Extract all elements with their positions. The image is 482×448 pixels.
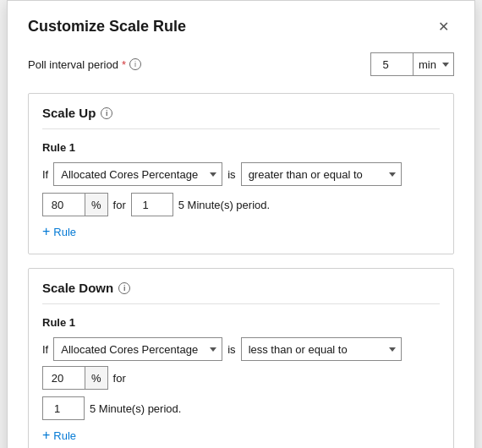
scale-up-title: Scale Up [42, 106, 96, 120]
scale-down-metric-select[interactable]: Allocated Cores Percentage CPU Percentag… [53, 337, 222, 361]
plus-icon: + [42, 225, 50, 238]
scale-down-rule-label: Rule 1 [42, 316, 440, 329]
scale-down-section: Scale Down i Rule 1 If Allocated Cores P… [28, 268, 454, 448]
scale-up-percent-symbol: % [85, 193, 108, 216]
scale-down-second-row: 5 Minute(s) period. [42, 396, 440, 420]
scale-down-percent-symbol: % [85, 366, 108, 390]
scale-down-period-text: 5 Minute(s) period. [90, 402, 181, 415]
scale-up-rule-label: Rule 1 [42, 141, 440, 154]
poll-interval-unit-select[interactable]: min sec hr [413, 52, 454, 76]
scale-down-is-label: is [227, 343, 235, 356]
scale-up-if-label: If [42, 168, 48, 181]
scale-down-percent-input[interactable] [42, 366, 85, 390]
required-indicator: * [122, 58, 126, 71]
scale-up-condition-select[interactable]: greater than or equal to less than or eq… [241, 162, 402, 186]
poll-interval-label: Poll interval period * i [28, 58, 141, 71]
scale-up-header: Scale Up i [42, 106, 440, 129]
scale-up-period-input[interactable] [131, 193, 173, 216]
scale-up-percent-input[interactable] [42, 193, 85, 216]
scale-up-second-row: % for 5 Minute(s) period. [42, 193, 440, 216]
scale-down-condition-select[interactable]: less than or equal to greater than or eq… [241, 337, 402, 361]
scale-up-rule-row: If Allocated Cores Percentage CPU Percen… [42, 162, 440, 186]
scale-down-title: Scale Down [42, 281, 113, 295]
scale-down-add-rule-button[interactable]: + Rule [42, 425, 76, 445]
scale-up-add-rule-button[interactable]: + Rule [42, 221, 76, 242]
scale-down-for-label: for [113, 372, 126, 385]
dialog-title: Customize Scale Rule [28, 18, 186, 36]
scale-up-period-text: 5 Minute(s) period. [178, 199, 270, 211]
customize-scale-rule-dialog: Customize Scale Rule ✕ Poll interval per… [7, 0, 475, 448]
scale-up-for-label: for [113, 199, 126, 211]
scale-down-add-rule-label: Rule [53, 429, 76, 442]
scale-up-info-icon[interactable]: i [101, 107, 112, 119]
scale-down-period-input[interactable] [42, 396, 85, 420]
scale-down-info-icon[interactable]: i [118, 282, 130, 294]
dialog-header: Customize Scale Rule ✕ [28, 18, 454, 36]
scale-up-add-rule-label: Rule [53, 226, 76, 238]
scale-up-section: Scale Up i Rule 1 If Allocated Cores Per… [28, 93, 454, 254]
scale-up-is-label: is [227, 168, 235, 181]
poll-interval-row: Poll interval period * i min sec hr [28, 52, 454, 76]
scale-down-rule-row: If Allocated Cores Percentage CPU Percen… [42, 337, 440, 390]
close-button[interactable]: ✕ [433, 19, 454, 36]
poll-interval-info-icon[interactable]: i [129, 58, 141, 70]
scale-down-header: Scale Down i [42, 281, 440, 304]
scale-down-plus-icon: + [42, 429, 50, 442]
scale-down-if-label: If [42, 343, 48, 356]
poll-interval-input[interactable] [370, 52, 413, 76]
scale-down-percent-group: % [42, 366, 108, 390]
scale-up-percent-group: % [42, 193, 108, 216]
poll-interval-input-group: min sec hr [370, 52, 454, 76]
scale-up-metric-select[interactable]: Allocated Cores Percentage CPU Percentag… [53, 162, 222, 186]
